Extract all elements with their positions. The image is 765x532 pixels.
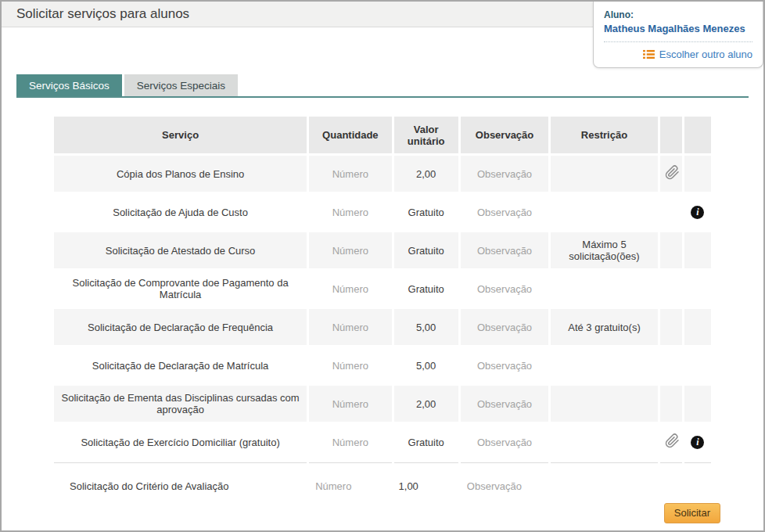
attachment-icon[interactable] (665, 433, 680, 448)
info-cell: i (684, 424, 711, 460)
restriction-text (551, 462, 657, 503)
table-row: Solicitação de Declaração de Frequência5… (54, 309, 711, 345)
unit-value: 5,00 (394, 309, 458, 345)
info-cell (684, 156, 711, 192)
observation-input[interactable] (467, 167, 541, 181)
attachment-cell (660, 271, 682, 307)
attachment-icon[interactable] (665, 165, 680, 180)
service-name: Solicitação de Comprovante doe Pagamento… (54, 271, 307, 307)
observation-input[interactable] (467, 244, 541, 257)
restriction-text (551, 424, 657, 460)
table-row: Cópia dos Planos de Ensino2,00 (54, 156, 711, 192)
unit-value: Gratuito (394, 194, 458, 230)
table-row: Solicitação de Ajuda de CustoGratuitoi (54, 194, 711, 230)
col-header-restricao: Restrição (551, 117, 657, 153)
col-header-servico: Serviço (54, 117, 307, 153)
info-cell (684, 309, 711, 345)
info-cell: i (684, 194, 711, 230)
observation-input[interactable] (467, 436, 541, 449)
restriction-text (551, 347, 657, 383)
services-table: Serviço Quantidade Valor unitário Observ… (52, 114, 713, 505)
attachment-cell (660, 424, 682, 460)
table-row: Solicitação do Critério de Avaliação1,00 (54, 462, 711, 503)
choose-other-student-label: Escolher outro aluno (659, 49, 752, 60)
info-cell (684, 347, 711, 383)
choose-other-student-link[interactable]: Escolher outro aluno (604, 49, 752, 60)
tabs: Serviços Básicos Serviços Especiais (16, 74, 749, 98)
service-name: Solicitação de Ementa das Disciplinas cu… (54, 386, 307, 422)
col-header-observacao: Observação (461, 117, 548, 153)
quantity-input[interactable] (316, 359, 386, 372)
unit-value: 5,00 (394, 347, 458, 383)
attachment-cell (660, 309, 682, 345)
observation-cell (461, 309, 548, 345)
restriction-text: Máximo 5 solicitação(ões) (551, 232, 657, 268)
quantity-cell (309, 309, 391, 345)
quantity-input[interactable] (316, 167, 386, 181)
unit-value: Gratuito (394, 271, 458, 307)
restriction-text (551, 386, 657, 422)
table-header-row: Serviço Quantidade Valor unitário Observ… (54, 117, 711, 153)
services-table-body: Cópia dos Planos de Ensino2,00Solicitaçã… (54, 156, 711, 503)
service-name: Solicitação de Declaração de Frequência (54, 309, 307, 345)
quantity-cell (309, 232, 391, 268)
observation-cell (461, 232, 548, 268)
quantity-input[interactable] (316, 397, 386, 411)
quantity-cell (309, 424, 391, 460)
observation-input[interactable] (465, 480, 540, 493)
col-header-attachment (660, 117, 682, 153)
attachment-cell (660, 232, 682, 268)
quantity-cell (309, 271, 391, 307)
observation-input[interactable] (467, 397, 541, 411)
quantity-cell (309, 347, 391, 383)
observation-cell (461, 462, 548, 503)
col-header-info (684, 117, 711, 153)
quantity-input[interactable] (316, 436, 386, 449)
service-name: Solicitação de Declaração de Matrícula (54, 347, 307, 383)
service-name: Solicitação de Exercício Domiciliar (gra… (54, 424, 307, 460)
observation-cell (461, 156, 548, 192)
observation-cell (461, 194, 548, 230)
restriction-text (551, 271, 657, 307)
footer: Solicitar (664, 503, 720, 523)
page: Solicitar serviços para alunos Aluno: Ma… (0, 0, 765, 532)
restriction-text (551, 156, 657, 192)
observation-input[interactable] (467, 359, 541, 372)
observation-cell (461, 271, 548, 307)
quantity-input[interactable] (314, 480, 383, 493)
quantity-input[interactable] (316, 321, 386, 334)
quantity-input[interactable] (316, 282, 386, 296)
table-row: Solicitação de Ementa das Disciplinas cu… (54, 386, 711, 422)
observation-cell (461, 386, 548, 422)
observation-input[interactable] (467, 206, 541, 219)
observation-cell (461, 347, 548, 383)
attachment-cell (660, 156, 682, 192)
page-title: Solicitar serviços para alunos (16, 6, 189, 22)
unit-value: Gratuito (394, 232, 458, 268)
info-cell (684, 386, 711, 422)
quantity-cell (309, 156, 391, 192)
col-header-valor: Valor unitário (394, 117, 458, 153)
col-header-quantidade: Quantidade (309, 117, 391, 153)
info-icon[interactable]: i (691, 206, 704, 219)
observation-input[interactable] (467, 282, 541, 296)
unit-value: Gratuito (394, 424, 458, 460)
table-row: Solicitação de Comprovante doe Pagamento… (54, 271, 711, 307)
table-row: Solicitação de Exercício Domiciliar (gra… (54, 424, 711, 460)
quantity-input[interactable] (316, 244, 386, 257)
info-icon[interactable]: i (691, 436, 704, 449)
service-name: Solicitação de Ajuda de Custo (54, 194, 307, 230)
tab-servicos-basicos[interactable]: Serviços Básicos (16, 74, 122, 96)
info-cell (684, 271, 711, 307)
student-name-link[interactable]: Matheus Magalhães Menezes (604, 23, 752, 42)
service-name: Solicitação de Atestado de Curso (54, 232, 307, 268)
observation-input[interactable] (467, 321, 541, 334)
restriction-text: Até 3 gratuito(s) (551, 309, 657, 345)
list-icon (643, 49, 655, 59)
attachment-cell (660, 462, 682, 503)
quantity-input[interactable] (316, 206, 386, 219)
quantity-cell (309, 194, 391, 230)
solicitar-button[interactable]: Solicitar (664, 503, 720, 523)
tab-servicos-especiais[interactable]: Serviços Especiais (124, 74, 238, 96)
table-row: Solicitação de Declaração de Matrícula5,… (54, 347, 711, 383)
